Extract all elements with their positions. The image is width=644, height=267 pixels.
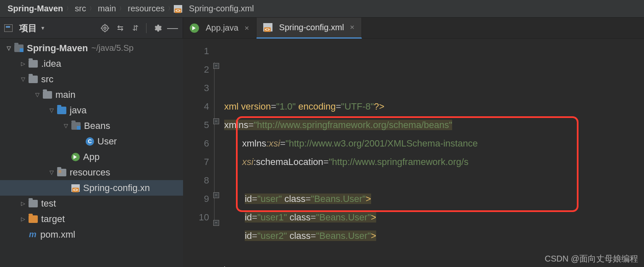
tree-label: java (70, 105, 86, 116)
main-split: ▽Spring-Maven~/java/5.Sp▷.idea▽src▽main▽… (0, 39, 644, 267)
svg-point-0 (102, 25, 108, 31)
line-number: 7 (183, 153, 209, 171)
code-editor[interactable]: 12345678910 − − − − xml version="1.0" en… (183, 39, 644, 267)
toolbar-row: 项目 ▼ ⇆ ⇵ — App.java ✕ Spring-config.xml … (0, 18, 644, 39)
tab-label: App.java (206, 23, 238, 33)
chevron-right-icon: 〉 (119, 5, 124, 12)
project-icon (4, 24, 13, 32)
editor-tab-app-java[interactable]: App.java ✕ (183, 18, 257, 39)
line-gutter: 12345678910 − − − − (183, 39, 221, 267)
expand-arrow-icon[interactable]: ▽ (49, 169, 55, 175)
chevron-right-icon: 〉 (66, 5, 71, 12)
line-number: 1 (183, 42, 209, 60)
code-line[interactable]: xmlns:xsi="http://www.w3.org/2001/XMLSch… (224, 134, 644, 153)
tree-label: Spring-config.xn (83, 183, 150, 194)
tree-node[interactable]: Spring-config.xn (0, 180, 183, 196)
xml-file-icon (174, 5, 182, 13)
tree-node[interactable]: ▽main (0, 87, 183, 102)
fold-toggle-icon[interactable]: − (213, 63, 219, 69)
line-number: 10 (183, 208, 209, 227)
code-line[interactable]: xml version="1.0" encoding="UTF-8"?> (224, 97, 644, 116)
gear-icon[interactable] (152, 22, 163, 34)
code-line[interactable]: id="user" class="Beans.User"> (224, 190, 644, 208)
code-line[interactable]: id="user2" class="Beans.User"> (224, 227, 644, 245)
project-tree[interactable]: ▽Spring-Maven~/java/5.Sp▷.idea▽src▽main▽… (0, 39, 183, 267)
chevron-right-icon: 〉 (168, 5, 173, 12)
expand-arrow-icon[interactable]: ▷ (20, 200, 26, 207)
code-line[interactable]: xsi:schemaLocation="http://www.springfra… (224, 153, 644, 171)
tree-node[interactable]: ▷target (0, 211, 183, 227)
expand-arrow-icon[interactable]: ▷ (20, 216, 26, 222)
close-icon[interactable]: ✕ (350, 24, 355, 31)
code-line[interactable]: id="user1" class="Beans.User"> (224, 208, 644, 227)
breadcrumb-item[interactable]: Spring-config.xml (186, 3, 257, 14)
xml-file-icon (263, 23, 272, 31)
expand-arrow-icon[interactable]: ▽ (63, 123, 69, 129)
expand-arrow-icon[interactable]: ▷ (20, 60, 26, 67)
tree-node[interactable]: ▽java (0, 102, 183, 118)
tree-label: test (41, 198, 56, 209)
tree-label: resources (70, 167, 110, 178)
tree-label: .idea (41, 58, 61, 69)
editor-tab-spring-config[interactable]: Spring-config.xml ✕ (257, 18, 362, 39)
breadcrumb: Spring-Maven 〉 src 〉 main 〉 resources 〉 … (0, 0, 644, 18)
tree-node[interactable]: App (0, 149, 183, 165)
fold-toggle-icon[interactable]: − (213, 220, 219, 226)
fold-column: − − − − (212, 39, 219, 267)
tree-sublabel: ~/java/5.Sp (91, 43, 134, 53)
tree-node[interactable]: ▽Beans (0, 118, 183, 134)
java-file-icon (190, 24, 199, 33)
tree-label: src (41, 74, 53, 85)
dropdown-icon[interactable]: ▼ (40, 25, 45, 31)
tree-label: Beans (84, 120, 110, 131)
line-number: 5 (183, 116, 209, 134)
line-number: 6 (183, 134, 209, 153)
svg-point-1 (104, 27, 106, 29)
tree-label: target (41, 214, 65, 225)
tree-node[interactable]: ▽resources (0, 165, 183, 180)
expand-arrow-icon[interactable]: ▽ (20, 76, 26, 82)
tree-node[interactable]: ▽src (0, 71, 183, 87)
line-number: 4 (183, 97, 209, 116)
project-toolwindow-header: 项目 ▼ ⇆ ⇵ — (0, 18, 183, 38)
expand-arrow-icon[interactable]: ▽ (34, 92, 40, 98)
tree-node[interactable]: ▷.idea (0, 56, 183, 71)
watermark-text: CSDN @面向丈母娘编程 (545, 253, 638, 264)
expand-arrow-icon[interactable]: ▽ (6, 45, 12, 51)
breadcrumb-item[interactable]: src (72, 3, 89, 14)
line-number: 3 (183, 79, 209, 97)
tree-node[interactable]: CUser (0, 134, 183, 149)
tree-label: App (83, 152, 99, 162)
chevron-right-icon: 〉 (89, 5, 94, 12)
tree-label: pom.xml (40, 229, 75, 240)
toolwindow-title[interactable]: 项目 (19, 22, 37, 34)
line-number: 2 (183, 60, 209, 79)
tree-node[interactable]: mpom.xml (0, 227, 183, 242)
editor-tabs: App.java ✕ Spring-config.xml ✕ (183, 18, 644, 38)
expand-arrow-icon[interactable]: ▽ (49, 107, 55, 113)
tree-label: main (55, 89, 76, 100)
separator (146, 23, 147, 33)
line-number: 8 (183, 171, 209, 190)
tree-node[interactable]: ▷test (0, 196, 183, 211)
fold-toggle-icon[interactable]: − (213, 192, 219, 198)
tree-node[interactable]: ▽Spring-Maven~/java/5.Sp (0, 40, 183, 56)
tree-label: Spring-Maven (27, 43, 88, 54)
collapse-all-icon[interactable]: ⇵ (129, 22, 141, 34)
close-icon[interactable]: ✕ (244, 25, 249, 31)
expand-all-icon[interactable]: ⇆ (114, 22, 126, 34)
line-number: 9 (183, 190, 209, 208)
breadcrumb-item[interactable]: main (95, 3, 118, 14)
breadcrumb-item[interactable]: Spring-Maven (5, 3, 65, 14)
select-target-icon[interactable] (99, 22, 111, 34)
fold-toggle-icon[interactable]: − (213, 118, 219, 124)
code-area[interactable]: xml version="1.0" encoding="UTF-8"?>xmln… (221, 39, 644, 267)
tab-label: Spring-config.xml (279, 23, 344, 32)
breadcrumb-item[interactable]: resources (125, 3, 167, 14)
code-line[interactable]: xmlns="http://www.springframework.org/sc… (224, 116, 644, 134)
tree-label: User (97, 136, 117, 147)
code-line[interactable] (224, 171, 644, 190)
hide-icon[interactable]: — (167, 22, 178, 34)
